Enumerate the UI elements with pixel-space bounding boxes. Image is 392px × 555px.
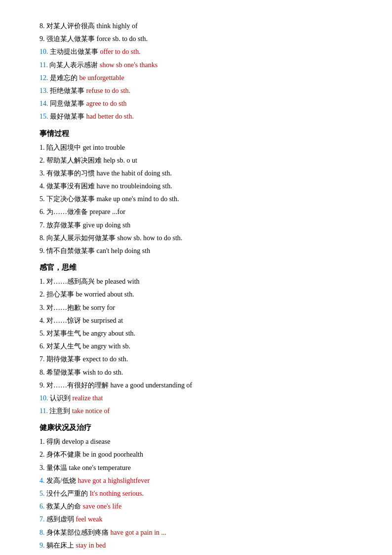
item-num: 3.: [39, 170, 46, 177]
item-en: get into trouble: [83, 144, 125, 151]
section-3: 健康状况及治疗 1. 得病 develop a disease 2. 身体不健康…: [39, 421, 353, 552]
item-zh: 对……有很好的理解: [46, 382, 111, 389]
item-en: be in good poorhealth: [83, 451, 143, 458]
list-item: 4. 做某事没有困难 have no troubleindoing sth.: [39, 180, 353, 192]
item-zh: 是难忘的: [50, 74, 79, 82]
item-en: show sb one's thanks: [100, 61, 157, 69]
section-0: 8. 对某人评价很高 think highly of 9. 强迫某人做某事 fo…: [39, 20, 353, 123]
item-num: 12.: [39, 74, 50, 82]
list-item: 6. 救某人的命 save one's life: [39, 500, 353, 512]
item-zh: 得病: [46, 438, 62, 445]
item-en: be pleased with: [97, 278, 140, 285]
item-en: It's nothing serious.: [90, 490, 144, 497]
item-en: be surprised at: [83, 317, 123, 324]
list-item: 3. 量体温 take one's temperature: [39, 462, 353, 474]
item-num: 11.: [39, 407, 49, 415]
item-en: be unforgettable: [79, 74, 124, 82]
item-zh: 期待做某事: [46, 355, 83, 363]
item-num: 13.: [39, 87, 50, 94]
item-num: 8.: [39, 369, 46, 376]
item-num: 8.: [39, 22, 46, 30]
list-item: 11. 注意到 take notice of: [39, 405, 353, 417]
item-en: have got a highslightfever: [78, 477, 150, 484]
item-zh: 发高/低烧: [46, 477, 78, 484]
list-item: 12. 是难忘的 be unforgettable: [39, 72, 353, 84]
item-num: 1.: [39, 438, 46, 445]
list-item: 3. 有做某事的习惯 have the habit of doing sth.: [39, 167, 353, 179]
item-zh: 躺在床上: [46, 542, 76, 549]
item-en: take one's temperature: [69, 464, 131, 471]
item-en: realize that: [73, 394, 103, 402]
item-en: force sb. to do sth.: [97, 35, 148, 43]
item-zh: 向某人展示如何做某事: [46, 234, 118, 242]
list-item: 1. 得病 develop a disease: [39, 435, 353, 448]
item-num: 1.: [39, 278, 46, 285]
list-item: 5. 对某事生气 be angry about sth.: [39, 327, 353, 340]
item-num: 1.: [39, 144, 46, 151]
item-zh: 最好做某事: [50, 113, 86, 120]
item-num: 2.: [39, 157, 46, 164]
item-num: 10.: [39, 394, 50, 402]
item-en: had better do sth.: [86, 113, 134, 120]
item-num: 7.: [39, 515, 46, 523]
item-en: be angry with sb.: [83, 342, 130, 350]
list-item: 1. 陷入困境中 get into trouble: [39, 141, 353, 154]
item-zh: 做某事没有困难: [46, 182, 97, 190]
item-num: 9.: [39, 542, 46, 549]
list-item: 14. 同意做某事 agree to do sth: [39, 97, 353, 110]
list-item: 5. 下定决心做某事 make up one's mind to do sth.: [39, 193, 353, 205]
item-en: be angry about sth.: [83, 330, 136, 337]
item-zh: 身体某部位感到疼痛: [46, 529, 111, 536]
list-item: 10. 主动提出做某事 offer to do sth.: [39, 45, 353, 58]
item-num: 2.: [39, 451, 46, 458]
list-item: 7. 期待做某事 expect to do sth.: [39, 353, 353, 365]
item-num: 2.: [39, 291, 46, 298]
list-item: 1. 对……感到高兴 be pleased with: [39, 275, 353, 288]
list-item: 9. 强迫某人做某事 force sb. to do sth.: [39, 33, 353, 45]
item-num: 4.: [39, 477, 46, 484]
item-num: 9.: [39, 35, 46, 43]
item-en: give up doing sth: [83, 221, 131, 229]
list-item: 8. 希望做某事 wish to do sth.: [39, 366, 353, 379]
item-zh: 希望做某事: [46, 369, 83, 376]
item-en: expect to do sth.: [83, 355, 128, 363]
item-en: offer to do sth.: [100, 48, 141, 55]
section-1: 事情过程 1. 陷入困境中 get into trouble 2. 帮助某人解决…: [39, 127, 353, 257]
list-item: 8. 身体某部位感到疼痛 have got a pain in ...: [39, 526, 353, 539]
item-zh: 没什么严重的: [46, 490, 90, 497]
item-num: 8.: [39, 529, 46, 536]
item-num: 5.: [39, 195, 46, 203]
list-item: 5. 没什么严重的 It's nothing serious.: [39, 487, 353, 500]
item-en: feel weak: [76, 515, 103, 523]
item-zh: 担心某事: [46, 291, 76, 298]
item-num: 15.: [39, 113, 50, 120]
item-zh: 向某人表示感谢: [49, 61, 100, 69]
item-zh: 对某人评价很高: [46, 22, 97, 30]
item-num: 7.: [39, 221, 46, 229]
item-zh: 救某人的命: [46, 503, 83, 510]
list-item: 3. 对……抱歉 be sorry for: [39, 301, 353, 314]
item-zh: 注意到: [49, 407, 72, 415]
list-item: 6. 对某人生气 be angry with sb.: [39, 340, 353, 352]
item-en: have a good understanding of: [111, 382, 193, 389]
list-item: 11. 向某人表示感谢 show sb one's thanks: [39, 59, 353, 71]
item-zh: 陷入困境中: [46, 144, 83, 151]
list-item: 15. 最好做某事 had better do sth.: [39, 110, 353, 123]
list-item: 9. 对……有很好的理解 have a good understanding o…: [39, 379, 353, 391]
list-item: 9. 情不自禁做某事 can't help doing sth: [39, 245, 353, 257]
item-zh: 拒绝做某事: [50, 87, 86, 94]
section-header: 事情过程: [39, 127, 353, 140]
item-num: 8.: [39, 234, 46, 242]
list-item: 2. 帮助某人解决困难 help sb. o ut: [39, 154, 353, 167]
item-en: have no troubleindoing sth.: [97, 182, 172, 190]
item-zh: 对某人生气: [46, 342, 83, 350]
item-zh: 认识到: [50, 394, 73, 402]
item-zh: 主动提出做某事: [50, 48, 100, 55]
item-num: 14.: [39, 100, 50, 107]
item-zh: 同意做某事: [50, 100, 86, 107]
item-num: 4.: [39, 317, 46, 324]
item-en: have the habit of doing sth.: [97, 170, 172, 177]
item-num: 9.: [39, 247, 46, 255]
item-en: wish to do sth.: [83, 369, 123, 376]
item-en: stay in bed: [76, 542, 106, 549]
